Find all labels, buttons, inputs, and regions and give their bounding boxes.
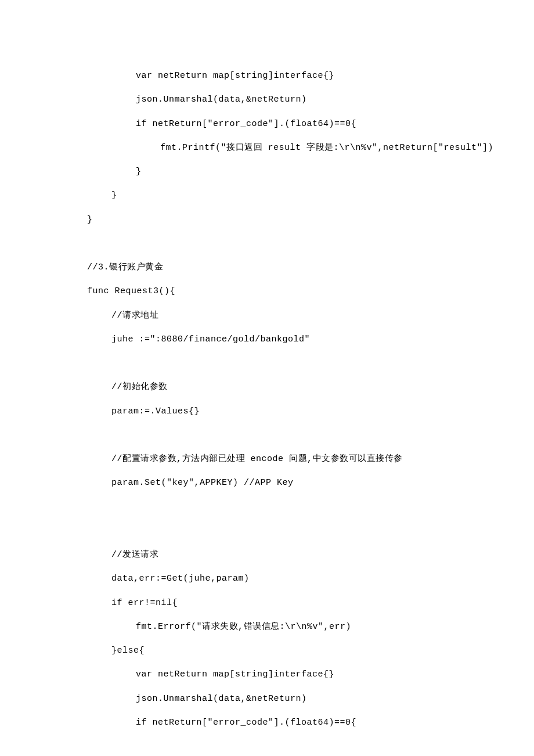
code-line: juhe :=":8080/finance/gold/bankgold" [87, 327, 447, 351]
blank-line [87, 423, 447, 447]
blank-line [87, 351, 447, 375]
code-line: } [87, 183, 447, 207]
code-line: }else{ [87, 639, 447, 663]
code-line: var netReturn map[string]interface{} [87, 64, 447, 88]
code-line: if netReturn["error_code"].(float64)==0{ [87, 112, 447, 136]
blank-line [87, 232, 447, 255]
code-line: //请求地址 [87, 304, 447, 327]
code-line: json.Unmarshal(data,&netReturn) [87, 88, 447, 111]
code-line: //配置请求参数,方法内部已处理 encode 问题,中文参数可以直接传参 [87, 447, 447, 471]
code-block: var netReturn map[string]interface{}json… [87, 64, 447, 735]
blank-line [87, 495, 447, 519]
code-line: var netReturn map[string]interface{} [87, 663, 447, 686]
code-line: fmt.Errorf("请求失败,错误信息:\r\n%v",err) [87, 615, 447, 639]
code-line: fmt.Printf("接口返回 result 字段是:\r\n%v",netR… [87, 136, 447, 160]
code-line: data,err:=Get(juhe,param) [87, 567, 447, 591]
code-line: json.Unmarshal(data,&netReturn) [87, 687, 447, 711]
code-line: //发送请求 [87, 543, 447, 567]
code-line: } [87, 208, 447, 232]
code-line: if netReturn["error_code"].(float64)==0{ [87, 711, 447, 735]
code-line: func Request3(){ [87, 279, 447, 303]
code-line: param.Set("key",APPKEY) //APP Key [87, 471, 447, 495]
blank-line [87, 519, 447, 543]
code-line: if err!=nil{ [87, 591, 447, 615]
code-line: } [87, 160, 447, 183]
code-line: //3.银行账户黄金 [87, 255, 447, 279]
code-line: param:=.Values{} [87, 399, 447, 423]
code-line: //初始化参数 [87, 375, 447, 399]
